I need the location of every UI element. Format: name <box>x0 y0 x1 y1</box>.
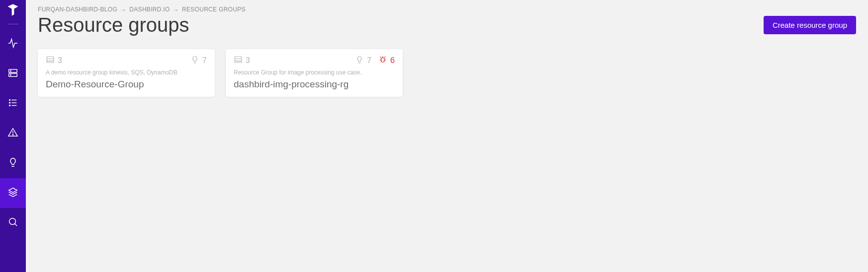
page-header: Resource groups Create resource group <box>38 14 856 36</box>
svg-rect-18 <box>235 57 242 59</box>
resource-group-card[interactable]: 3 7 A demo resource group kinesis, SQS, … <box>38 49 215 97</box>
breadcrumb-item[interactable]: DASHBIRD.IO <box>129 6 170 13</box>
create-resource-group-button[interactable]: Create resource group <box>764 16 856 34</box>
lightbulb-icon <box>190 55 199 66</box>
breadcrumb: FURQAN-DASHBIRD-BLOG → DASHBIRD.IO → RES… <box>38 6 856 13</box>
errors-stat: 6 <box>378 55 395 66</box>
card-description: Resource Group for image processing use … <box>234 69 395 76</box>
insights-count: 7 <box>367 56 371 65</box>
sidebar <box>0 0 26 272</box>
card-right-stats: 7 <box>190 55 207 66</box>
resource-group-card[interactable]: 3 7 6 <box>226 49 403 97</box>
lightbulb-icon <box>355 55 364 66</box>
svg-point-12 <box>9 218 16 225</box>
activity-icon <box>7 38 18 51</box>
lightbulb-icon <box>7 157 18 170</box>
svg-rect-22 <box>381 58 384 62</box>
main-content: FURQAN-DASHBIRD-BLOG → DASHBIRD.IO → RES… <box>26 0 868 272</box>
card-name: dashbird-img-processing-rg <box>234 79 395 90</box>
resources-count: 3 <box>246 56 250 65</box>
errors-count: 6 <box>390 56 395 65</box>
svg-point-8 <box>9 105 10 106</box>
resources-count: 3 <box>58 56 62 65</box>
list-icon <box>7 97 18 110</box>
server-icon <box>7 68 18 80</box>
insights-stat: 7 <box>190 55 207 66</box>
chevron-right-icon: → <box>173 6 179 13</box>
svg-point-2 <box>10 70 11 71</box>
card-right-stats: 7 6 <box>355 55 395 66</box>
chevron-right-icon: → <box>120 6 126 13</box>
svg-point-11 <box>12 135 13 135</box>
dashbird-logo-icon <box>6 3 20 19</box>
sidebar-item-search[interactable] <box>0 208 26 238</box>
bug-icon <box>378 55 387 66</box>
insights-stat: 7 <box>355 55 371 66</box>
resource-group-cards: 3 7 A demo resource group kinesis, SQS, … <box>38 49 856 97</box>
logo-divider <box>7 24 18 24</box>
sidebar-item-insights[interactable] <box>0 148 26 178</box>
svg-rect-14 <box>47 57 54 59</box>
resources-stat: 3 <box>234 55 250 66</box>
svg-rect-16 <box>47 61 54 63</box>
sidebar-item-alerts[interactable] <box>0 119 26 148</box>
sidebar-item-logs[interactable] <box>0 89 26 119</box>
search-icon <box>7 216 18 229</box>
alert-triangle-icon <box>7 127 18 140</box>
card-stats-row: 3 7 <box>46 55 207 66</box>
svg-point-6 <box>9 102 10 103</box>
resources-stat: 3 <box>46 55 62 66</box>
logo-block <box>0 0 26 29</box>
sidebar-item-resource-groups[interactable] <box>0 178 26 208</box>
page-title: Resource groups <box>38 14 189 36</box>
database-icon <box>46 55 55 66</box>
card-description: A demo resource group kinesis, SQS, Dyna… <box>46 69 207 76</box>
card-name: Demo-Resource-Group <box>46 79 207 90</box>
svg-point-4 <box>9 100 10 101</box>
layers-icon <box>7 187 18 200</box>
svg-rect-15 <box>47 59 54 62</box>
app-root: FURQAN-DASHBIRD-BLOG → DASHBIRD.IO → RES… <box>0 0 868 272</box>
svg-point-3 <box>10 74 11 75</box>
breadcrumb-item[interactable]: RESOURCE GROUPS <box>182 6 246 13</box>
svg-line-13 <box>15 224 17 226</box>
sidebar-item-monitoring[interactable] <box>0 29 26 59</box>
breadcrumb-item[interactable]: FURQAN-DASHBIRD-BLOG <box>38 6 117 13</box>
database-icon <box>234 55 243 66</box>
card-stats-row: 3 7 6 <box>234 55 395 66</box>
svg-rect-19 <box>235 59 242 62</box>
insights-count: 7 <box>202 56 207 65</box>
sidebar-item-inventory[interactable] <box>0 59 26 89</box>
svg-rect-20 <box>235 61 242 63</box>
